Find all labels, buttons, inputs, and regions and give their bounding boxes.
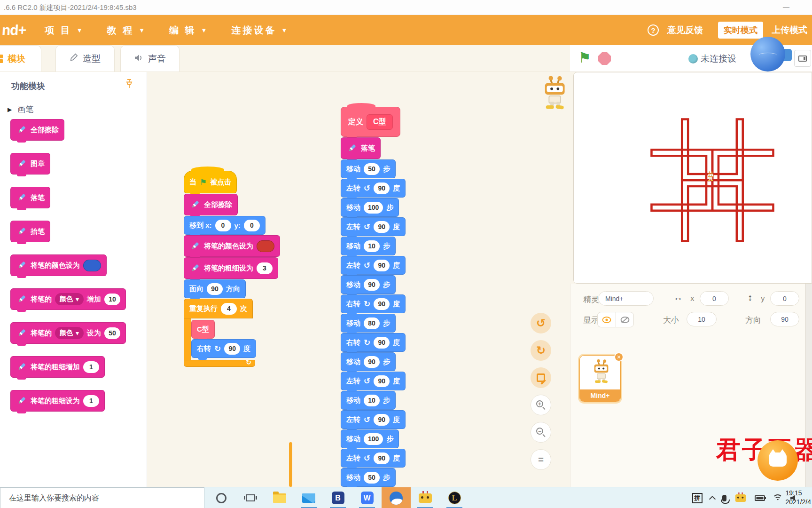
block-number-input[interactable]: 4 — [221, 303, 237, 315]
block-number-input[interactable]: 100 — [364, 433, 383, 445]
block-number-input[interactable]: 100 — [364, 202, 383, 214]
zoom-in-button[interactable]: + — [531, 395, 551, 415]
stage-sprite[interactable] — [707, 172, 714, 181]
script-block[interactable]: 落笔 — [341, 137, 381, 159]
block-dropdown[interactable]: 颜色▾ — [55, 327, 84, 339]
sprite-card-mindplus[interactable]: ✕ Mind+ — [579, 355, 621, 402]
script-block[interactable]: C型 — [191, 320, 215, 339]
y-input[interactable]: 0 — [770, 291, 799, 306]
taskbar-search-input[interactable]: 在这里输入你要搜索的内容 — [0, 487, 204, 508]
script-block[interactable]: 面向90方向 — [184, 279, 246, 298]
block-number-input[interactable]: 10 — [104, 294, 120, 305]
block-number-input[interactable]: 90 — [364, 279, 380, 291]
microphone-icon[interactable] — [722, 495, 726, 501]
taskbar-clock[interactable]: 19:15 2021/2/4 — [786, 489, 812, 507]
block-number-input[interactable]: 10 — [364, 240, 380, 252]
tab-blocks[interactable]: 模块 — [0, 45, 41, 71]
zoom-reset-button[interactable]: = — [531, 449, 551, 470]
block-number-input[interactable]: 90 — [374, 221, 390, 233]
script-block[interactable]: 左转↺90度 — [341, 217, 406, 236]
undo-button[interactable]: ↺ — [531, 313, 551, 333]
zoom-out-button[interactable]: − — [531, 422, 551, 443]
block-number-input[interactable]: 90 — [374, 414, 390, 426]
script-block[interactable]: 移到 x:0y:0 — [184, 216, 265, 235]
block-number-input[interactable]: 0 — [215, 220, 231, 231]
taskbar-app-mindplus-toy[interactable] — [411, 487, 440, 508]
script-block[interactable]: 将笔的颜色▾设为50 — [10, 322, 126, 344]
redo-button[interactable]: ↻ — [531, 340, 551, 361]
script-block[interactable]: 移动100步 — [341, 198, 399, 217]
block-number-input[interactable]: 3 — [257, 262, 273, 274]
script-block[interactable]: 左转↺90度 — [341, 449, 406, 468]
menu-item-3[interactable]: 连接设备▼ — [231, 24, 287, 37]
upload-mode-toggle[interactable]: 上传模式 — [772, 24, 812, 36]
sprite-name-input[interactable]: Mind+ — [598, 291, 654, 306]
script-block[interactable]: 右转↻90度 — [341, 333, 406, 352]
toy-tray-icon[interactable] — [735, 494, 746, 502]
script-block[interactable]: 图章 — [10, 153, 50, 175]
menu-item-1[interactable]: 教 程▼ — [107, 24, 145, 37]
taskbar-app-cortana[interactable] — [207, 487, 236, 508]
hat-block[interactable]: 当⚑被点击 — [184, 171, 237, 193]
minimize-button[interactable]: — — [779, 1, 793, 13]
script-block[interactable]: 落笔 — [10, 187, 50, 208]
script-block[interactable]: 右转↻90度 — [191, 339, 256, 358]
battery-icon[interactable] — [755, 495, 765, 501]
block-number-input[interactable]: 90 — [374, 375, 390, 387]
script-block[interactable]: 右转↻90度 — [341, 294, 406, 313]
block-number-input[interactable]: 90 — [224, 343, 240, 355]
assistant-cat-button[interactable] — [757, 440, 798, 481]
block-number-input[interactable]: 0 — [244, 220, 260, 231]
script-block[interactable]: 左转↺90度 — [341, 410, 406, 429]
script-block[interactable]: 将笔的颜色设为 — [184, 235, 280, 257]
block-number-input[interactable]: 90 — [374, 260, 390, 271]
palette-scrollbar[interactable] — [289, 442, 292, 487]
define-hat-block[interactable]: 定义C型 — [341, 107, 400, 137]
script-block[interactable]: 移动90步 — [341, 352, 396, 371]
block-number-input[interactable]: 90 — [207, 283, 223, 295]
taskbar-app-file-explorer[interactable] — [265, 487, 294, 508]
x-input[interactable]: 0 — [700, 291, 729, 306]
taskbar-app-game-l[interactable]: L — [440, 487, 469, 508]
script-block[interactable]: 左转↺90度 — [341, 256, 406, 275]
color-swatch-input[interactable] — [83, 260, 101, 271]
script-block[interactable]: 移动10步 — [341, 391, 396, 410]
screenshot-button[interactable] — [531, 367, 551, 388]
menu-item-0[interactable]: 项 目▼ — [45, 24, 82, 37]
size-input[interactable]: 10 — [687, 312, 717, 326]
block-number-input[interactable]: 90 — [374, 298, 390, 310]
stop-button[interactable] — [598, 52, 611, 65]
wifi-icon[interactable] — [773, 494, 783, 502]
block-number-input[interactable]: 80 — [364, 318, 380, 329]
script-block[interactable]: 移动100步 — [341, 429, 399, 448]
taskbar-app-bilibili[interactable]: B — [323, 487, 352, 508]
hide-sprite-button[interactable] — [616, 312, 634, 327]
category-pen[interactable]: ▶ 画笔 — [8, 104, 33, 115]
fullscreen-button[interactable] — [794, 50, 811, 67]
block-number-input[interactable]: 90 — [364, 356, 380, 368]
help-icon[interactable]: ? — [648, 24, 659, 36]
block-number-input[interactable]: 1 — [83, 361, 99, 373]
script-block[interactable]: 将笔的粗细设为1 — [10, 390, 105, 412]
script-block[interactable]: 左转↺90度 — [341, 372, 406, 390]
script-block[interactable]: 将笔的颜色设为 — [10, 254, 107, 276]
direction-input[interactable]: 90 — [770, 312, 799, 326]
tab-costumes[interactable]: 造型 — [55, 45, 115, 71]
block-number-input[interactable]: 50 — [364, 472, 380, 484]
script-block[interactable]: 左转↺90度 — [341, 179, 406, 198]
pin-icon[interactable] — [124, 79, 134, 89]
menu-item-2[interactable]: 编 辑▼ — [169, 24, 207, 37]
repeat-block[interactable]: 重复执行4次C型右转↻90度↻ — [184, 299, 280, 367]
feedback-button[interactable]: 意见反馈 — [667, 24, 703, 36]
block-number-input[interactable]: 90 — [374, 452, 390, 464]
floating-ball-widget[interactable] — [750, 37, 785, 71]
script-block[interactable]: 移动90步 — [341, 275, 396, 294]
script-block[interactable]: 将笔的粗细增加1 — [10, 356, 105, 378]
block-dropdown[interactable]: 颜色▾ — [55, 293, 84, 305]
taskbar-app-browser[interactable] — [382, 487, 411, 508]
script-block[interactable]: 将笔的粗细设为3 — [184, 257, 278, 279]
script-block[interactable]: 抬笔 — [10, 221, 50, 242]
green-flag-button[interactable]: ⚑ — [578, 51, 591, 65]
ime-indicator[interactable]: 拼 — [692, 493, 703, 503]
repeat-block-header[interactable]: 重复执行4次 — [184, 299, 253, 318]
